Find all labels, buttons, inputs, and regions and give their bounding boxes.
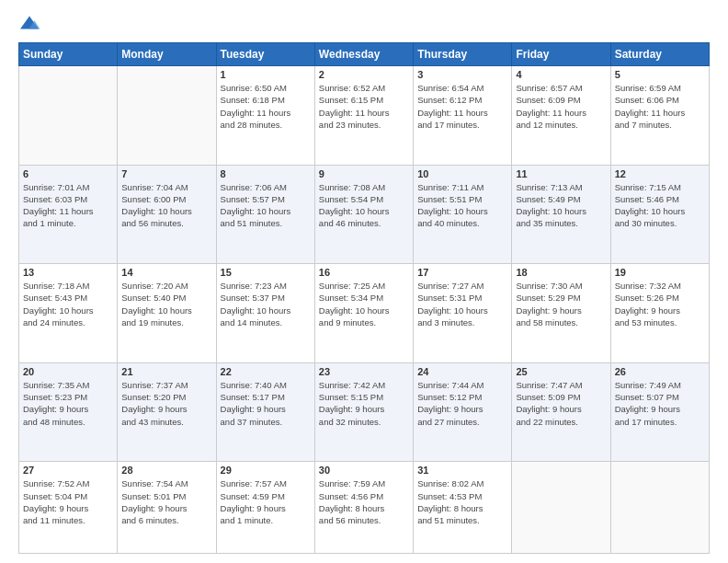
- calendar-cell: 3Sunrise: 6:54 AM Sunset: 6:12 PM Daylig…: [414, 66, 512, 166]
- day-info: Sunrise: 7:23 AM Sunset: 5:37 PM Dayligh…: [221, 280, 311, 328]
- calendar-table: SundayMondayTuesdayWednesdayThursdayFrid…: [18, 42, 710, 554]
- calendar-cell: 13Sunrise: 7:18 AM Sunset: 5:43 PM Dayli…: [19, 264, 118, 363]
- day-number: 7: [121, 168, 211, 179]
- day-number: 1: [221, 69, 311, 80]
- day-number: 25: [516, 366, 606, 377]
- calendar-cell: 20Sunrise: 7:35 AM Sunset: 5:23 PM Dayli…: [19, 362, 118, 462]
- day-info: Sunrise: 7:30 AM Sunset: 5:29 PM Dayligh…: [516, 280, 606, 328]
- day-number: 12: [615, 168, 705, 179]
- calendar-cell: 29Sunrise: 7:57 AM Sunset: 4:59 PM Dayli…: [216, 462, 314, 554]
- day-info: Sunrise: 7:47 AM Sunset: 5:09 PM Dayligh…: [516, 379, 606, 428]
- logo-icon: [18, 15, 40, 33]
- calendar-cell: 27Sunrise: 7:52 AM Sunset: 5:04 PM Dayli…: [19, 462, 118, 554]
- day-number: 6: [23, 168, 113, 179]
- calendar-cell: 12Sunrise: 7:15 AM Sunset: 5:46 PM Dayli…: [610, 165, 709, 264]
- day-info: Sunrise: 7:13 AM Sunset: 5:49 PM Dayligh…: [516, 181, 606, 230]
- day-number: 15: [221, 267, 311, 278]
- weekday-header: Tuesday: [216, 43, 314, 66]
- day-info: Sunrise: 7:18 AM Sunset: 5:43 PM Dayligh…: [23, 280, 113, 328]
- day-number: 2: [319, 69, 409, 80]
- day-info: Sunrise: 7:44 AM Sunset: 5:12 PM Dayligh…: [417, 379, 507, 428]
- calendar-cell: [19, 66, 118, 166]
- day-info: Sunrise: 7:04 AM Sunset: 6:00 PM Dayligh…: [121, 181, 211, 230]
- day-info: Sunrise: 7:06 AM Sunset: 5:57 PM Dayligh…: [221, 181, 311, 230]
- day-info: Sunrise: 6:59 AM Sunset: 6:06 PM Dayligh…: [615, 82, 705, 131]
- day-number: 18: [516, 267, 606, 278]
- calendar-cell: 21Sunrise: 7:37 AM Sunset: 5:20 PM Dayli…: [118, 362, 216, 462]
- calendar-header-row: SundayMondayTuesdayWednesdayThursdayFrid…: [19, 43, 710, 66]
- day-number: 3: [417, 69, 507, 80]
- day-info: Sunrise: 7:52 AM Sunset: 5:04 PM Dayligh…: [23, 477, 113, 526]
- calendar-cell: 17Sunrise: 7:27 AM Sunset: 5:31 PM Dayli…: [414, 264, 512, 363]
- day-info: Sunrise: 6:57 AM Sunset: 6:09 PM Dayligh…: [516, 82, 606, 131]
- day-info: Sunrise: 6:52 AM Sunset: 6:15 PM Dayligh…: [319, 82, 409, 131]
- day-number: 28: [121, 465, 211, 476]
- weekday-header: Wednesday: [314, 43, 413, 66]
- calendar-cell: 2Sunrise: 6:52 AM Sunset: 6:15 PM Daylig…: [314, 66, 413, 166]
- calendar-cell: 14Sunrise: 7:20 AM Sunset: 5:40 PM Dayli…: [118, 264, 216, 363]
- day-info: Sunrise: 7:57 AM Sunset: 4:59 PM Dayligh…: [221, 477, 311, 526]
- day-number: 9: [319, 168, 409, 179]
- weekday-header: Saturday: [610, 43, 709, 66]
- calendar-cell: 23Sunrise: 7:42 AM Sunset: 5:15 PM Dayli…: [314, 362, 413, 462]
- day-info: Sunrise: 8:02 AM Sunset: 4:53 PM Dayligh…: [417, 477, 507, 526]
- day-info: Sunrise: 7:11 AM Sunset: 5:51 PM Dayligh…: [417, 181, 507, 230]
- day-info: Sunrise: 7:49 AM Sunset: 5:07 PM Dayligh…: [615, 379, 705, 428]
- day-info: Sunrise: 7:27 AM Sunset: 5:31 PM Dayligh…: [417, 280, 507, 328]
- day-info: Sunrise: 7:54 AM Sunset: 5:01 PM Dayligh…: [121, 477, 211, 526]
- day-number: 4: [516, 69, 606, 80]
- calendar-cell: [512, 462, 610, 554]
- calendar-cell: 25Sunrise: 7:47 AM Sunset: 5:09 PM Dayli…: [512, 362, 610, 462]
- day-number: 30: [319, 465, 409, 476]
- day-info: Sunrise: 7:25 AM Sunset: 5:34 PM Dayligh…: [319, 280, 409, 328]
- calendar-cell: 4Sunrise: 6:57 AM Sunset: 6:09 PM Daylig…: [512, 66, 610, 166]
- day-number: 21: [121, 366, 211, 377]
- calendar-cell: 7Sunrise: 7:04 AM Sunset: 6:00 PM Daylig…: [118, 165, 216, 264]
- calendar-cell: 16Sunrise: 7:25 AM Sunset: 5:34 PM Dayli…: [314, 264, 413, 363]
- day-number: 8: [221, 168, 311, 179]
- day-number: 23: [319, 366, 409, 377]
- calendar-cell: 24Sunrise: 7:44 AM Sunset: 5:12 PM Dayli…: [414, 362, 512, 462]
- calendar-cell: 9Sunrise: 7:08 AM Sunset: 5:54 PM Daylig…: [314, 165, 413, 264]
- weekday-header: Friday: [512, 43, 610, 66]
- calendar-cell: 18Sunrise: 7:30 AM Sunset: 5:29 PM Dayli…: [512, 264, 610, 363]
- day-info: Sunrise: 7:20 AM Sunset: 5:40 PM Dayligh…: [121, 280, 211, 328]
- calendar-cell: 11Sunrise: 7:13 AM Sunset: 5:49 PM Dayli…: [512, 165, 610, 264]
- day-number: 22: [221, 366, 311, 377]
- day-info: Sunrise: 7:15 AM Sunset: 5:46 PM Dayligh…: [615, 181, 705, 230]
- day-info: Sunrise: 7:40 AM Sunset: 5:17 PM Dayligh…: [221, 379, 311, 428]
- day-number: 19: [615, 267, 705, 278]
- weekday-header: Monday: [118, 43, 216, 66]
- calendar-cell: 5Sunrise: 6:59 AM Sunset: 6:06 PM Daylig…: [610, 66, 709, 166]
- calendar-week-row: 1Sunrise: 6:50 AM Sunset: 6:18 PM Daylig…: [19, 66, 710, 166]
- day-number: 26: [615, 366, 705, 377]
- day-info: Sunrise: 7:01 AM Sunset: 6:03 PM Dayligh…: [23, 181, 113, 230]
- day-number: 11: [516, 168, 606, 179]
- day-number: 10: [417, 168, 507, 179]
- calendar-cell: 31Sunrise: 8:02 AM Sunset: 4:53 PM Dayli…: [414, 462, 512, 554]
- calendar-cell: 8Sunrise: 7:06 AM Sunset: 5:57 PM Daylig…: [216, 165, 314, 264]
- calendar-cell: 30Sunrise: 7:59 AM Sunset: 4:56 PM Dayli…: [314, 462, 413, 554]
- day-number: 31: [417, 465, 507, 476]
- day-number: 24: [417, 366, 507, 377]
- day-info: Sunrise: 7:35 AM Sunset: 5:23 PM Dayligh…: [23, 379, 113, 428]
- logo: [18, 15, 44, 33]
- day-number: 5: [615, 69, 705, 80]
- calendar-cell: 10Sunrise: 7:11 AM Sunset: 5:51 PM Dayli…: [414, 165, 512, 264]
- calendar-cell: 19Sunrise: 7:32 AM Sunset: 5:26 PM Dayli…: [610, 264, 709, 363]
- day-number: 14: [121, 267, 211, 278]
- day-number: 17: [417, 267, 507, 278]
- day-number: 29: [221, 465, 311, 476]
- day-info: Sunrise: 7:08 AM Sunset: 5:54 PM Dayligh…: [319, 181, 409, 230]
- header: [18, 15, 710, 33]
- day-info: Sunrise: 6:54 AM Sunset: 6:12 PM Dayligh…: [417, 82, 507, 131]
- calendar-cell: 1Sunrise: 6:50 AM Sunset: 6:18 PM Daylig…: [216, 66, 314, 166]
- calendar-week-row: 27Sunrise: 7:52 AM Sunset: 5:04 PM Dayli…: [19, 462, 710, 554]
- calendar-cell: 26Sunrise: 7:49 AM Sunset: 5:07 PM Dayli…: [610, 362, 709, 462]
- day-number: 20: [23, 366, 113, 377]
- calendar-cell: 15Sunrise: 7:23 AM Sunset: 5:37 PM Dayli…: [216, 264, 314, 363]
- calendar-cell: [118, 66, 216, 166]
- day-number: 13: [23, 267, 113, 278]
- day-info: Sunrise: 6:50 AM Sunset: 6:18 PM Dayligh…: [221, 82, 311, 131]
- day-info: Sunrise: 7:37 AM Sunset: 5:20 PM Dayligh…: [121, 379, 211, 428]
